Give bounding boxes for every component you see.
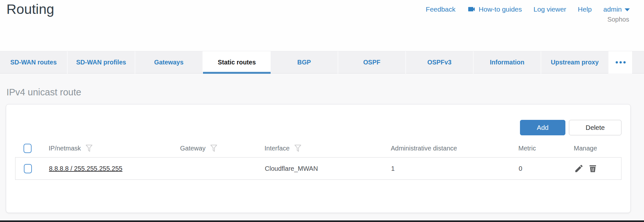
select-all-checkbox[interactable]: [24, 144, 32, 153]
tab-bgp[interactable]: BGP: [271, 51, 338, 73]
caret-down-icon: [625, 8, 630, 11]
tab-sd-wan-routes[interactable]: SD-WAN routes: [0, 51, 68, 73]
static-routes-table: IP/netmask Gateway Interface: [15, 139, 621, 180]
filter-funnel-icon[interactable]: [85, 144, 93, 153]
tab-bar: SD-WAN routes SD-WAN profiles Gateways S…: [0, 51, 644, 73]
cell-metric: 0: [512, 165, 568, 172]
column-header-administrative-distance: Administrative distance: [384, 145, 512, 152]
user-menu[interactable]: admin: [603, 5, 630, 13]
table-row: 8.8.8.8 / 255.255.255.255 Cloudflare_MWA…: [15, 157, 621, 180]
help-link[interactable]: Help: [578, 5, 592, 13]
tab-gateways[interactable]: Gateways: [135, 51, 203, 73]
cell-manage: [568, 164, 621, 173]
page-title: Routing: [6, 1, 54, 17]
table-header-row: IP/netmask Gateway Interface: [15, 139, 621, 157]
ellipsis-icon: [616, 61, 618, 63]
howto-guides-label: How-to guides: [479, 5, 522, 13]
tab-information[interactable]: Information: [474, 51, 541, 73]
user-menu-label: admin: [603, 5, 622, 13]
filter-funnel-icon[interactable]: [210, 144, 218, 153]
tab-sd-wan-profiles[interactable]: SD-WAN profiles: [68, 51, 135, 73]
cell-ip-netmask: 8.8.8.8 / 255.255.255.255: [43, 165, 174, 172]
cell-interface: Cloudflare_MWAN: [258, 165, 385, 172]
tab-ospfv3[interactable]: OSPFv3: [406, 51, 474, 73]
ipv4-unicast-route-panel: Add Delete IP/netmask Gateway: [6, 104, 631, 213]
howto-guides-link[interactable]: How-to guides: [467, 5, 522, 14]
delete-button[interactable]: Delete: [569, 120, 621, 135]
log-viewer-link[interactable]: Log viewer: [533, 5, 566, 13]
tab-ospf[interactable]: OSPF: [338, 51, 406, 73]
window-bottom-edge: [0, 220, 644, 222]
row-select-checkbox[interactable]: [24, 164, 32, 173]
section-title: IPv4 unicast route: [6, 87, 81, 98]
ip-netmask-link[interactable]: 8.8.8.8 / 255.255.255.255: [49, 165, 122, 172]
videocam-icon: [467, 5, 476, 14]
column-header-interface: Interface: [258, 144, 384, 153]
brand-label: Sophos: [607, 16, 629, 23]
more-tabs-button[interactable]: [609, 51, 632, 73]
column-header-ip-netmask: IP/netmask: [42, 144, 174, 153]
tab-upstream-proxy[interactable]: Upstream proxy: [541, 51, 609, 73]
filter-funnel-icon[interactable]: [294, 144, 302, 153]
trash-icon[interactable]: [588, 164, 598, 173]
page-header: Routing Feedback How-to guides Log viewe…: [0, 0, 644, 51]
tab-static-routes[interactable]: Static routes: [203, 51, 271, 73]
panel-toolbar: Add Delete: [15, 120, 621, 135]
feedback-link[interactable]: Feedback: [426, 5, 456, 13]
add-button[interactable]: Add: [520, 120, 565, 135]
column-header-metric: Metric: [512, 145, 567, 152]
column-header-manage: Manage: [567, 145, 621, 152]
cell-administrative-distance: 1: [385, 165, 512, 172]
column-header-gateway: Gateway: [174, 144, 258, 153]
top-nav: Feedback How-to guides Log viewer Help a…: [426, 5, 630, 14]
content-area: IPv4 unicast route Add Delete IP/netmask…: [0, 73, 644, 221]
pencil-icon[interactable]: [574, 164, 584, 173]
